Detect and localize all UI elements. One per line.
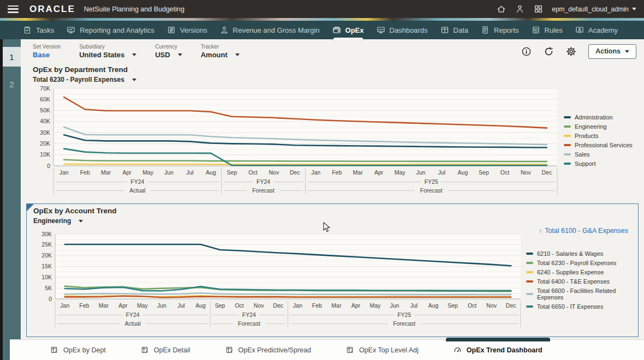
legend-label: 6210 - Salaries & Wages xyxy=(537,250,603,257)
nav-tab-label: Academy xyxy=(588,26,618,34)
sheet-icon xyxy=(346,346,354,354)
svg-text:FY24: FY24 xyxy=(130,178,144,185)
svg-text:Forecast: Forecast xyxy=(238,320,260,327)
reporting-icon xyxy=(67,26,75,34)
nav-tab-reports[interactable]: Reports xyxy=(481,21,519,39)
svg-text:Aug: Aug xyxy=(195,302,206,309)
svg-text:10K: 10K xyxy=(40,151,50,158)
svg-text:May: May xyxy=(369,302,381,309)
svg-text:30K: 30K xyxy=(41,231,52,237)
svg-text:Dec: Dec xyxy=(273,302,283,309)
nav-tab-academy[interactable]: Academy xyxy=(575,21,618,39)
sidebar-page-2[interactable]: 2 xyxy=(3,74,21,94)
legend-item-support[interactable]: Support xyxy=(564,160,643,167)
user-menu[interactable]: epm_default_cloud_admin xyxy=(552,5,636,13)
svg-text:Jul: Jul xyxy=(177,302,184,309)
svg-text:Sep: Sep xyxy=(215,302,225,309)
legend-item-6210-salaries-wages[interactable]: 6210 - Salaries & Wages xyxy=(526,250,637,257)
chart2-legend: 6210 - Salaries & WagesTotal 6230 - Payr… xyxy=(525,250,637,310)
chevron-down-icon xyxy=(625,50,629,53)
legend-item-sales[interactable]: Sales xyxy=(564,151,643,158)
filter-subsidiary[interactable]: SubsidiaryUnited States xyxy=(79,44,136,59)
account-trend-chart[interactable]: 05K10K15K20K25K30KJanFebMarAprMayJunJulA… xyxy=(31,230,525,329)
legend-item-total-6400-t-e-expenses[interactable]: Total 6400 - T&E Expenses xyxy=(526,278,637,285)
svg-text:FY25: FY25 xyxy=(397,311,411,318)
bottom-tab-opex-detail[interactable]: OpEx Detail xyxy=(141,340,190,360)
svg-text:Dec: Dec xyxy=(541,169,552,176)
hamburger-menu-icon[interactable] xyxy=(8,5,19,13)
bottom-tab-label: OpEx Detail xyxy=(154,346,190,354)
chart1-legend: AdministrationEngineeringProductsProfess… xyxy=(562,114,643,167)
bottom-tab-opex-top-level-adj[interactable]: OpEx Top Level Adj xyxy=(346,340,419,360)
legend-label: Total 6600 - Facilities Related Expenses xyxy=(537,287,637,301)
nav-tab-label: Reports xyxy=(494,26,519,34)
application-window: ORACLE NetSuite Planning and Budgeting e… xyxy=(0,0,644,360)
nav-tab-tasks[interactable]: Tasks xyxy=(23,21,54,39)
legend-swatch xyxy=(564,135,571,137)
nav-tab-reporting-and-analytics[interactable]: Reporting and Analytics xyxy=(67,21,154,39)
legend-item-6240-supplies-expense[interactable]: 6240 - Supplies Expense xyxy=(526,269,637,275)
filter-value: United States xyxy=(79,51,136,59)
legend-label: Products xyxy=(575,133,598,139)
nav-tab-revenue-and-gross-margin[interactable]: Revenue and Gross Margin xyxy=(220,21,320,39)
legend-swatch xyxy=(526,280,533,283)
svg-text:Oct: Oct xyxy=(235,302,243,309)
legend-swatch xyxy=(526,293,533,295)
drill-up-link[interactable]: ↑ Total 6100 - G&A Expenses xyxy=(539,227,628,235)
reports-icon xyxy=(481,26,490,34)
svg-text:Mar: Mar xyxy=(353,169,363,176)
chart1-dimension-selector[interactable]: Total 6230 - Payroll Expenses xyxy=(33,76,644,83)
nav-tab-rules[interactable]: Rules xyxy=(532,21,563,39)
nav-tab-dashboards[interactable]: Dashboards xyxy=(377,21,428,39)
legend-item-total-6600-facilities-related-expenses[interactable]: Total 6600 - Facilities Related Expenses xyxy=(526,287,637,301)
nav-tab-versions[interactable]: Versions xyxy=(167,21,207,39)
nav-tab-label: Dashboards xyxy=(390,26,428,34)
svg-text:Oct: Oct xyxy=(500,169,509,176)
chart2-header: OpEx by Account Trend Engineering xyxy=(27,204,638,226)
filter-tracker[interactable]: TrackerAmount xyxy=(201,44,240,59)
legend-item-administration[interactable]: Administration xyxy=(564,114,643,121)
filter-label: Subsidiary xyxy=(79,44,136,50)
department-trend-chart[interactable]: 010K20K30K40K50K60K70KJanFebMarAprMayJun… xyxy=(29,85,562,196)
app-grid-icon[interactable] xyxy=(533,4,543,14)
svg-text:20K: 20K xyxy=(40,140,50,147)
svg-text:40K: 40K xyxy=(40,118,50,124)
svg-text:0: 0 xyxy=(47,163,50,169)
legend-label: Engineering xyxy=(575,123,607,130)
filter-currency[interactable]: CurrencyUSD xyxy=(155,44,182,59)
filter-set-version[interactable]: Set VersionBase xyxy=(33,44,61,59)
info-icon[interactable] xyxy=(521,46,532,57)
refresh-icon[interactable] xyxy=(544,46,554,57)
actions-button[interactable]: Actions xyxy=(588,44,636,59)
nav-tab-label: Reporting and Analytics xyxy=(80,26,154,34)
nav-tab-label: Tasks xyxy=(36,26,54,34)
svg-text:FY24: FY24 xyxy=(257,178,270,185)
legend-item-engineering[interactable]: Engineering xyxy=(564,123,643,130)
accessibility-icon[interactable] xyxy=(515,4,524,14)
home-icon[interactable] xyxy=(496,4,506,14)
legend-item-total-6230-payroll-expenses[interactable]: Total 6230 - Payroll Expenses xyxy=(526,260,637,266)
bottom-tab-opex-by-dept[interactable]: OpEx by Dept xyxy=(50,340,106,360)
svg-text:Jun: Jun xyxy=(164,169,174,176)
bottom-tab-opex-trend-dashboard[interactable]: OpEx Trend Dashboard xyxy=(454,340,542,360)
nav-tab-data[interactable]: Data xyxy=(440,21,468,39)
tasks-icon xyxy=(23,26,32,34)
legend-item-professional-services[interactable]: Professional Services xyxy=(564,142,643,148)
legend-item-products[interactable]: Products xyxy=(564,133,643,139)
svg-text:May: May xyxy=(137,302,148,309)
account-trend-panel[interactable]: OpEx by Account Trend Engineering ↑ Tota… xyxy=(26,203,639,337)
svg-text:Feb: Feb xyxy=(332,169,342,176)
nav-tab-label: Versions xyxy=(180,26,207,34)
chevron-down-icon xyxy=(235,53,240,56)
legend-swatch xyxy=(526,271,533,273)
svg-text:Nov: Nov xyxy=(269,169,279,176)
sidebar-page-1[interactable]: 1 xyxy=(3,47,21,67)
nav-tab-opex[interactable]: OpEx xyxy=(332,21,364,39)
chart2-dimension-selector[interactable]: Engineering xyxy=(33,217,638,225)
filter-label: Currency xyxy=(155,44,182,50)
chevron-down-icon xyxy=(132,79,136,81)
chevron-down-icon xyxy=(79,220,83,223)
bottom-tab-opex-predictive-spread[interactable]: OpEx Predictive/Spread xyxy=(225,340,311,360)
legend-item-total-6650-it-expenses[interactable]: Total 6650 - IT Expenses xyxy=(526,303,637,310)
gear-icon[interactable] xyxy=(566,46,576,57)
